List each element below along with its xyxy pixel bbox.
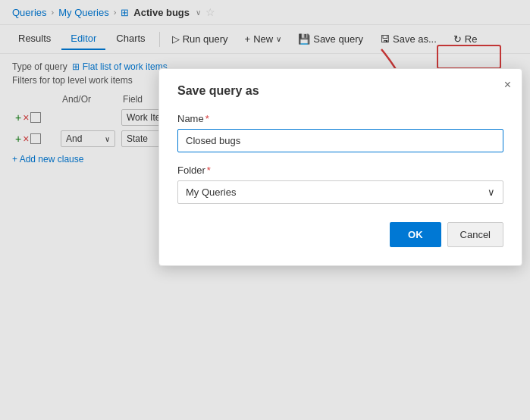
modal-title: Save query as: [177, 84, 503, 98]
folder-field-label: Folder*: [177, 165, 503, 176]
modal-actions: OK Cancel: [177, 222, 503, 247]
name-input[interactable]: [177, 129, 503, 152]
modal-overlay: Save query as × Name* Folder* My Queries…: [0, 0, 530, 420]
save-as-modal: Save query as × Name* Folder* My Queries…: [158, 68, 522, 266]
modal-close-button[interactable]: ×: [504, 78, 511, 92]
name-field-label: Name*: [177, 113, 503, 124]
chevron-down-icon: ∨: [488, 186, 495, 198]
folder-select[interactable]: My Queries ∨: [177, 180, 503, 204]
ok-button[interactable]: OK: [390, 222, 441, 247]
cancel-button[interactable]: Cancel: [447, 222, 503, 247]
